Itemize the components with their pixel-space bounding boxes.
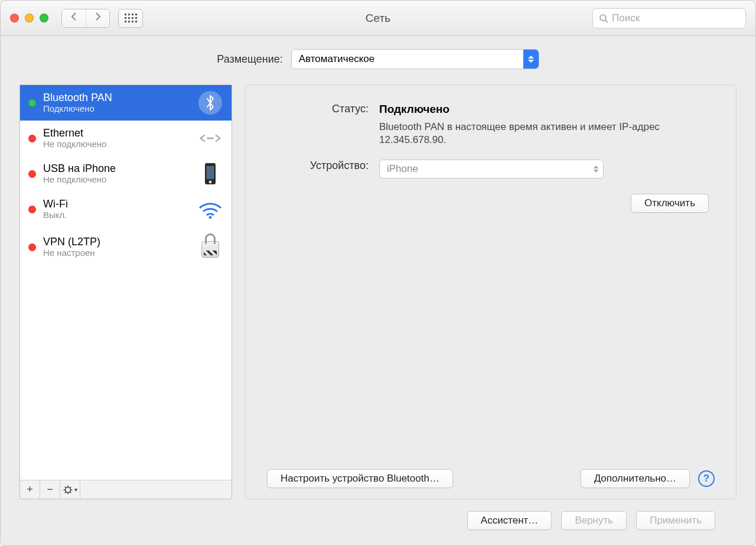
apply-button[interactable]: Применить — [636, 511, 715, 530]
nav-forward-button[interactable] — [86, 9, 109, 27]
detail-bottom-bar: Настроить устройство Bluetooth… Дополнит… — [267, 469, 715, 488]
search-input[interactable] — [612, 12, 739, 24]
status-dot-disconnected-icon — [28, 206, 36, 213]
services-list: Bluetooth PAN Подключено Ethernet — [20, 85, 232, 480]
disconnect-row: Отключить — [267, 194, 715, 213]
service-subtitle: Не подключено — [43, 139, 190, 150]
service-actions-button[interactable]: ▾ — [60, 480, 80, 499]
status-label: Статус: — [267, 103, 379, 147]
ethernet-icon — [197, 126, 223, 150]
minimize-window-button[interactable] — [25, 14, 34, 22]
detail-panel: Статус: Подключено Bluetooth PAN в насто… — [245, 84, 737, 499]
nav-back-forward — [61, 9, 110, 28]
svg-line-17 — [70, 486, 71, 488]
iphone-icon — [197, 162, 223, 186]
service-text: Bluetooth PAN Подключено — [43, 92, 190, 114]
service-title: Wi-Fi — [43, 198, 190, 210]
service-text: Wi-Fi Выкл. — [43, 198, 190, 220]
device-value-block: iPhone — [379, 160, 715, 178]
toolbar — [61, 9, 143, 28]
service-text: USB на iPhone Не подключено — [43, 162, 190, 185]
svg-line-1 — [605, 20, 608, 22]
assistant-button[interactable]: Ассистент… — [467, 511, 552, 530]
status-dot-disconnected-icon — [28, 170, 36, 178]
disconnect-button[interactable]: Отключить — [631, 194, 709, 213]
service-vpn[interactable]: VPN (L2TP) Не настроен — [20, 227, 232, 267]
advanced-button[interactable]: Дополнительно… — [581, 469, 690, 488]
lock-icon — [197, 238, 223, 261]
location-label: Размещение: — [217, 53, 282, 66]
main-splitter: Bluetooth PAN Подключено Ethernet — [19, 84, 737, 499]
search-icon — [599, 14, 608, 23]
device-value: iPhone — [387, 163, 418, 175]
gear-icon — [63, 485, 73, 495]
status-dot-disconnected-icon — [28, 135, 36, 142]
service-title: Ethernet — [43, 127, 190, 139]
status-dot-disconnected-icon — [28, 243, 36, 251]
status-value-block: Подключено Bluetooth PAN в настоящее вре… — [379, 103, 715, 147]
grid-icon — [125, 14, 137, 22]
location-popup[interactable]: Автоматическое — [291, 49, 539, 69]
service-ethernet[interactable]: Ethernet Не подключено — [20, 121, 232, 156]
location-value: Автоматическое — [299, 53, 374, 65]
svg-rect-6 — [207, 166, 214, 179]
revert-button[interactable]: Вернуть — [561, 511, 627, 530]
svg-line-14 — [64, 486, 66, 488]
service-usb-iphone[interactable]: USB на iPhone Не подключено — [20, 156, 232, 191]
device-row: Устройство: iPhone — [267, 160, 715, 178]
window-controls — [10, 14, 48, 22]
service-bluetooth-pan[interactable]: Bluetooth PAN Подключено — [20, 85, 232, 121]
svg-point-8 — [209, 216, 212, 219]
add-service-button[interactable]: + — [20, 480, 40, 499]
help-button[interactable]: ? — [698, 470, 715, 487]
service-text: Ethernet Не подключено — [43, 127, 190, 150]
content-area: Размещение: Автоматическое Bluetooth PAN… — [1, 36, 755, 545]
svg-line-15 — [70, 492, 71, 493]
configure-bluetooth-button[interactable]: Настроить устройство Bluetooth… — [267, 469, 453, 488]
titlebar: Сеть — [1, 1, 755, 36]
popup-arrows-icon — [523, 50, 539, 69]
device-popup[interactable]: iPhone — [379, 160, 604, 178]
service-text: VPN (L2TP) Не настроен — [43, 236, 190, 258]
status-row: Статус: Подключено Bluetooth PAN в насто… — [267, 103, 715, 147]
svg-point-9 — [65, 487, 70, 492]
system-preferences-network-window: Сеть Размещение: Автоматическое Blu — [0, 0, 756, 546]
status-value: Подключено — [379, 103, 715, 116]
service-subtitle: Не подключено — [43, 174, 190, 185]
sidebar-footer: + − ▾ — [20, 480, 232, 499]
svg-point-4 — [211, 137, 213, 139]
location-row: Размещение: Автоматическое — [19, 49, 737, 69]
status-description: Bluetooth PAN в настоящее время активен … — [379, 121, 715, 147]
service-title: VPN (L2TP) — [43, 236, 190, 248]
service-subtitle: Выкл. — [43, 210, 190, 220]
service-title: Bluetooth PAN — [43, 92, 190, 103]
close-window-button[interactable] — [10, 14, 19, 22]
zoom-window-button[interactable] — [40, 14, 48, 22]
chevron-down-icon: ▾ — [74, 486, 77, 493]
services-sidebar: Bluetooth PAN Подключено Ethernet — [19, 84, 232, 499]
footer-buttons: Ассистент… Вернуть Применить — [19, 499, 737, 532]
status-dot-connected-icon — [28, 99, 36, 107]
svg-line-16 — [64, 492, 66, 493]
svg-point-2 — [207, 137, 209, 139]
svg-point-3 — [209, 137, 211, 139]
remove-service-button[interactable]: − — [40, 480, 60, 499]
nav-back-button[interactable] — [62, 9, 86, 27]
bluetooth-icon — [197, 91, 223, 115]
service-title: USB на iPhone — [43, 162, 190, 174]
device-label: Устройство: — [267, 160, 379, 178]
search-field[interactable] — [592, 8, 746, 28]
wifi-icon — [197, 197, 223, 221]
svg-point-7 — [209, 181, 212, 184]
service-subtitle: Не настроен — [43, 248, 190, 258]
svg-point-0 — [600, 15, 606, 21]
service-subtitle: Подключено — [43, 103, 190, 114]
service-wifi[interactable]: Wi-Fi Выкл. — [20, 191, 232, 227]
popup-arrows-icon — [594, 165, 598, 173]
show-all-prefs-button[interactable] — [118, 9, 143, 28]
